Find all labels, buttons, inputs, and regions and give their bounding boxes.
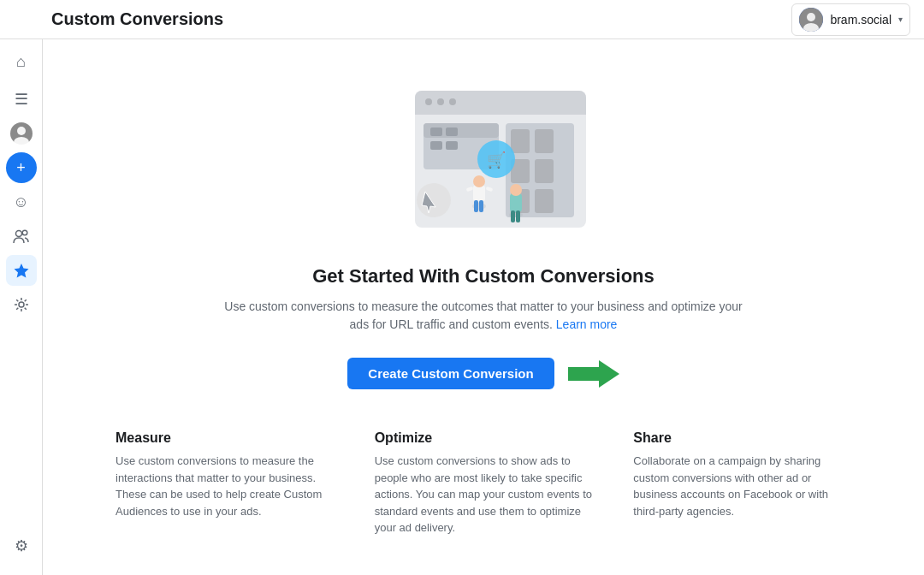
cta-row: Create Custom Conversion xyxy=(347,358,619,389)
svg-rect-28 xyxy=(535,189,554,213)
svg-rect-26 xyxy=(535,159,554,183)
svg-point-15 xyxy=(449,98,456,105)
sidebar-item-add[interactable]: + xyxy=(6,152,37,183)
svg-rect-20 xyxy=(430,141,442,150)
sidebar-item-sparkle[interactable] xyxy=(6,289,37,320)
account-selector[interactable]: bram.social ▾ xyxy=(791,3,910,36)
avatar xyxy=(799,8,823,32)
hero-illustration: 🛒 xyxy=(364,74,603,245)
svg-rect-41 xyxy=(516,210,520,222)
hero-subtitle: Use custom conversions to measure the ou… xyxy=(218,298,749,334)
header: Custom Conversions bram.social ▾ xyxy=(0,0,924,39)
arrow-icon xyxy=(568,360,619,388)
svg-point-43 xyxy=(417,183,451,217)
main-content: 🛒 Get Started With C xyxy=(43,39,924,575)
svg-point-42 xyxy=(510,184,522,196)
page-title: Custom Conversions xyxy=(51,9,223,29)
sidebar-item-star[interactable] xyxy=(6,255,37,286)
svg-text:🛒: 🛒 xyxy=(487,151,506,169)
feature-desc-measure: Use custom conversions to measure the in… xyxy=(116,453,334,519)
svg-point-7 xyxy=(22,230,27,235)
create-conversion-button[interactable]: Create Custom Conversion xyxy=(347,358,554,389)
account-name: bram.social xyxy=(830,13,891,27)
feature-desc-share: Collaborate on a campaign by sharing cus… xyxy=(633,453,851,519)
feature-title-optimize: Optimize xyxy=(375,430,593,446)
feature-card-optimize: Optimize Use custom conversions to show … xyxy=(375,430,593,536)
learn-more-link[interactable]: Learn more xyxy=(556,317,618,331)
feature-desc-optimize: Use custom conversions to show ads to pe… xyxy=(375,453,593,536)
svg-rect-23 xyxy=(511,129,530,153)
feature-title-share: Share xyxy=(633,430,851,446)
feature-title-measure: Measure xyxy=(116,430,334,446)
sidebar-item-gear[interactable]: ⚙ xyxy=(6,531,37,561)
svg-rect-34 xyxy=(479,200,483,212)
layout: ⌂ ☰ + ☺ xyxy=(0,39,924,575)
svg-rect-40 xyxy=(511,210,515,222)
sidebar-item-menu[interactable]: ☰ xyxy=(6,84,37,115)
chevron-down-icon: ▾ xyxy=(898,15,903,24)
svg-point-6 xyxy=(15,231,21,237)
svg-point-35 xyxy=(473,175,485,187)
svg-point-13 xyxy=(425,98,432,105)
svg-rect-19 xyxy=(446,127,458,136)
sidebar-item-profile[interactable] xyxy=(6,118,37,149)
feature-card-share: Share Collaborate on a campaign by shari… xyxy=(633,430,851,536)
svg-rect-33 xyxy=(474,200,478,212)
sidebar: ⌂ ☰ + ☺ xyxy=(0,39,43,575)
svg-rect-24 xyxy=(535,129,554,153)
svg-marker-8 xyxy=(14,264,28,278)
feature-grid: Measure Use custom conversions to measur… xyxy=(98,430,868,536)
svg-point-1 xyxy=(807,13,815,21)
svg-rect-18 xyxy=(430,127,442,136)
svg-marker-45 xyxy=(568,360,619,388)
svg-point-9 xyxy=(19,302,24,307)
svg-point-4 xyxy=(17,127,26,135)
svg-rect-39 xyxy=(510,193,522,212)
sidebar-item-emoji[interactable]: ☺ xyxy=(6,187,37,217)
hero-title: Get Started With Custom Conversions xyxy=(312,265,654,288)
svg-rect-12 xyxy=(415,104,586,115)
sidebar-bottom: ⚙ xyxy=(6,531,37,568)
svg-point-14 xyxy=(437,98,444,105)
svg-rect-21 xyxy=(446,141,458,150)
feature-card-measure: Measure Use custom conversions to measur… xyxy=(116,430,334,536)
sidebar-item-home[interactable]: ⌂ xyxy=(6,46,37,77)
sidebar-item-people[interactable] xyxy=(6,221,37,252)
